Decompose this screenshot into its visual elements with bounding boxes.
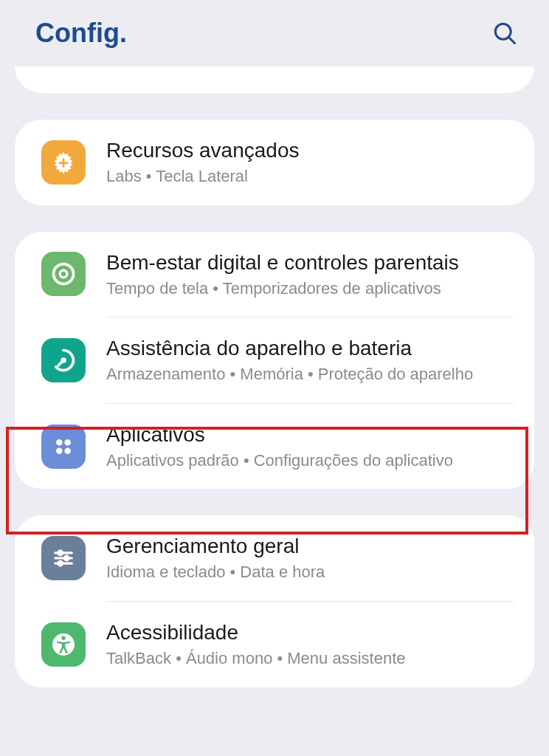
settings-group: Bem-estar digital e controles parentais …: [15, 232, 534, 489]
svg-point-8: [56, 439, 63, 446]
svg-point-10: [56, 447, 63, 454]
apps-icon: [41, 425, 86, 469]
row-subtitle: Idioma e teclado • Data e hora: [106, 562, 514, 583]
plus-gear-icon: [41, 140, 86, 185]
settings-group: Gerenciamento geral Idioma e teclado • D…: [15, 515, 534, 687]
settings-group: Recursos avançados Labs • Tecla Lateral: [15, 120, 534, 205]
row-title: Bem-estar digital e controles parentais: [106, 250, 514, 275]
svg-point-13: [58, 551, 63, 555]
svg-point-19: [61, 636, 65, 639]
svg-point-11: [64, 447, 71, 454]
svg-rect-3: [59, 162, 69, 164]
svg-line-7: [58, 360, 63, 365]
svg-line-1: [509, 38, 515, 44]
svg-point-5: [60, 271, 67, 278]
header: Config.: [0, 0, 549, 66]
settings-screen: Config. Recursos avançados Labs • Tec: [0, 0, 549, 687]
svg-point-9: [64, 439, 71, 446]
page-title: Config.: [35, 18, 127, 49]
svg-point-17: [58, 561, 63, 566]
row-title: Gerenciamento geral: [106, 533, 514, 559]
svg-point-4: [54, 264, 74, 284]
row-title: Acessibilidade: [106, 619, 514, 645]
wellbeing-icon: [41, 252, 86, 296]
settings-row-apps[interactable]: Aplicativos Aplicativos padrão • Configu…: [15, 404, 534, 489]
row-subtitle: Aplicativos padrão • Configurações do ap…: [106, 450, 514, 472]
settings-row-wellbeing[interactable]: Bem-estar digital e controles parentais …: [15, 232, 534, 317]
devicecare-icon: [41, 338, 86, 382]
svg-point-15: [64, 556, 69, 560]
settings-row-devicecare[interactable]: Assistência do aparelho e bateria Armaze…: [15, 317, 534, 403]
accessibility-icon: [41, 622, 86, 667]
row-title: Recursos avançados: [106, 137, 514, 163]
settings-row-accessibility[interactable]: Acessibilidade TalkBack • Áudio mono • M…: [15, 602, 534, 687]
settings-row-advanced[interactable]: Recursos avançados Labs • Tecla Lateral: [15, 120, 534, 205]
partial-previous-card: [15, 66, 534, 93]
search-button[interactable]: [490, 18, 519, 48]
row-subtitle: Labs • Tecla Lateral: [106, 166, 514, 188]
search-icon: [491, 20, 518, 47]
row-title: Aplicativos: [106, 422, 514, 447]
sliders-icon: [41, 536, 86, 580]
row-subtitle: TalkBack • Áudio mono • Menu assistente: [106, 648, 514, 670]
row-subtitle: Tempo de tela • Temporizadores de aplica…: [106, 278, 514, 300]
settings-row-general[interactable]: Gerenciamento geral Idioma e teclado • D…: [15, 515, 534, 601]
row-subtitle: Armazenamento • Memória • Proteção do ap…: [106, 364, 514, 385]
row-title: Assistência do aparelho e bateria: [106, 335, 514, 361]
